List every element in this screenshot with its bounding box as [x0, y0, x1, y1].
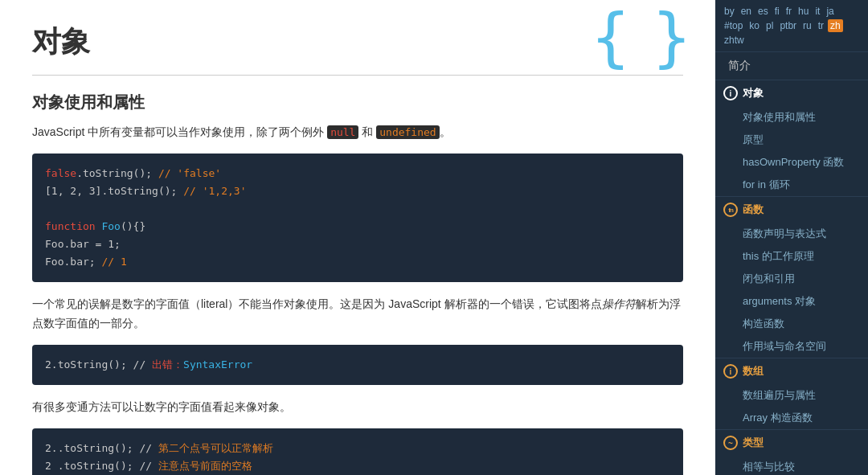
nav-item-scope[interactable]: 作用域与命名空间 [715, 335, 868, 358]
code-block-1: false.toString(); // 'false' [1, 2, 3].t… [32, 154, 683, 283]
lang-en[interactable]: en [739, 5, 754, 18]
nav-header-functions[interactable]: fn 函数 [715, 197, 868, 223]
nav-item-prototype[interactable]: 原型 [715, 129, 868, 151]
nav-item-forin[interactable]: for in 循环 [715, 174, 868, 196]
lang-zh[interactable]: zh [828, 19, 843, 32]
sidebar: by en es fi fr hu it ja #top ko pl ptbr … [715, 0, 868, 475]
nav-item-array-ctor[interactable]: Array 构造函数 [715, 407, 868, 429]
paragraph-3: 有很多变通方法可以让数字的字面值看起来像对象。 [32, 398, 683, 417]
lang-fi[interactable]: fi [772, 5, 782, 18]
types-label: 类型 [743, 436, 764, 450]
lang-es[interactable]: es [755, 5, 771, 18]
nav-header-objects[interactable]: i 对象 [715, 80, 868, 106]
header-area: 对象 { } [32, 16, 683, 75]
lang-it[interactable]: it [813, 5, 822, 18]
lang-ptbr[interactable]: ptbr [777, 19, 799, 32]
nav-item-hasown[interactable]: hasOwnProperty 函数 [715, 151, 868, 174]
types-icon: ~ [723, 436, 738, 450]
intro-link[interactable]: 简介 [715, 52, 868, 80]
section1-title: 对象使用和属性 [32, 92, 683, 113]
title-divider [32, 75, 683, 76]
lang-zhtw[interactable]: zhtw [722, 34, 747, 47]
arrays-label: 数组 [743, 364, 764, 379]
page-title: 对象 [32, 23, 543, 62]
nav-section-functions: fn 函数 函数声明与表达式 this 的工作原理 闭包和引用 argument… [715, 197, 868, 358]
code-block-3: 2..toString(); // 第二个点号可以正常解析 2 .toStrin… [32, 428, 683, 475]
lang-ko[interactable]: ko [747, 19, 762, 32]
lang-ru[interactable]: ru [800, 19, 814, 32]
nav-header-arrays[interactable]: i 数组 [715, 358, 868, 384]
code-block-2: 2.toString(); // 出错：SyntaxError [32, 345, 683, 385]
nav-item-arguments[interactable]: arguments 对象 [715, 290, 868, 313]
lang-tr[interactable]: tr [816, 19, 826, 32]
lang-by[interactable]: by [722, 5, 737, 18]
lang-fr[interactable]: fr [784, 5, 794, 18]
nav-item-object-props[interactable]: 对象使用和属性 [715, 106, 868, 129]
nav-item-array-iter[interactable]: 数组遍历与属性 [715, 384, 868, 407]
main-content: 对象 { } 对象使用和属性 JavaScript 中所有变量都可以当作对象使用… [0, 0, 715, 475]
brace-icon: { } [592, 0, 684, 75]
nav-item-equality[interactable]: 相等与比较 [715, 456, 868, 475]
null-code: null [327, 125, 358, 139]
nav-item-fn-decl[interactable]: 函数声明与表达式 [715, 223, 868, 245]
nav-section-arrays: i 数组 数组遍历与属性 Array 构造函数 [715, 358, 868, 430]
nav-section-objects: i 对象 对象使用和属性 原型 hasOwnProperty 函数 for in… [715, 80, 868, 197]
objects-icon: i [723, 86, 738, 100]
paragraph-1: JavaScript 中所有变量都可以当作对象使用，除了两个例外 null 和 … [32, 123, 683, 142]
nav-header-types[interactable]: ~ 类型 [715, 430, 868, 456]
lang-top[interactable]: #top [722, 19, 745, 32]
nav-item-this[interactable]: this 的工作原理 [715, 245, 868, 268]
nav-item-closure[interactable]: 闭包和引用 [715, 268, 868, 290]
arrays-icon: i [723, 364, 738, 379]
lang-ja[interactable]: ja [824, 5, 836, 18]
lang-bar: by en es fi fr hu it ja #top ko pl ptbr … [715, 0, 868, 52]
undefined-code: undefined [376, 125, 439, 139]
nav-item-constructor[interactable]: 构造函数 [715, 313, 868, 335]
functions-label: 函数 [743, 203, 764, 217]
lang-hu[interactable]: hu [796, 5, 811, 18]
lang-pl[interactable]: pl [764, 19, 776, 32]
paragraph-2: 一个常见的误解是数字的字面值（literal）不能当作对象使用。这是因为 Jav… [32, 295, 683, 334]
functions-icon: fn [723, 203, 738, 217]
nav-section-types: ~ 类型 相等与比较 typeof 操作符 instanceof 操作符 类型转… [715, 430, 868, 475]
objects-label: 对象 [743, 86, 764, 100]
